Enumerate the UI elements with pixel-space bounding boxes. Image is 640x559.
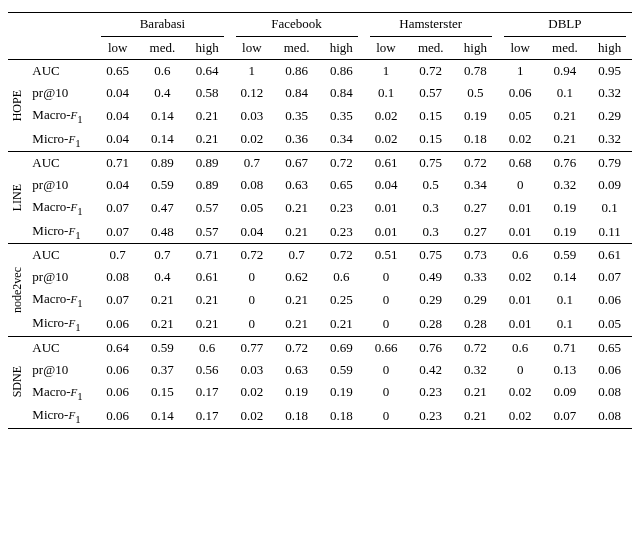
value-cell: 0.01	[364, 196, 409, 220]
value-cell: 0.89	[140, 152, 185, 175]
value-cell: 0.1	[542, 82, 587, 104]
value-cell: 0.06	[95, 312, 140, 336]
value-cell: 0.01	[498, 312, 543, 336]
value-cell: 0.01	[498, 196, 543, 220]
value-cell: 0.21	[185, 288, 230, 312]
value-cell: 0.23	[319, 220, 364, 244]
value-cell: 0.08	[587, 404, 632, 428]
value-cell: 0.29	[408, 288, 453, 312]
value-cell: 0.21	[274, 288, 319, 312]
value-cell: 0.19	[274, 381, 319, 405]
value-cell: 0.64	[185, 60, 230, 83]
value-cell: 0.56	[185, 359, 230, 381]
value-cell: 0.11	[587, 220, 632, 244]
metric-label: pr@10	[30, 174, 95, 196]
metric-label: AUC	[30, 152, 95, 175]
value-cell: 0.32	[587, 82, 632, 104]
value-cell: 0.71	[542, 336, 587, 359]
table-row: pr@100.080.40.6100.620.600.490.330.020.1…	[8, 266, 632, 288]
table-row: SDNEAUC0.640.590.60.770.720.690.660.760.…	[8, 336, 632, 359]
value-cell: 0.73	[453, 244, 498, 267]
value-cell: 0.06	[498, 82, 543, 104]
value-cell: 0	[364, 266, 409, 288]
value-cell: 0.3	[408, 196, 453, 220]
value-cell: 0.04	[230, 220, 275, 244]
value-cell: 0.19	[319, 381, 364, 405]
table-row: pr@100.040.40.580.120.840.840.10.570.50.…	[8, 82, 632, 104]
level-header: high	[453, 37, 498, 60]
value-cell: 0.37	[140, 359, 185, 381]
value-cell: 0.21	[542, 104, 587, 128]
value-cell: 0.34	[453, 174, 498, 196]
value-cell: 0.09	[542, 381, 587, 405]
value-cell: 0.4	[140, 266, 185, 288]
value-cell: 0.21	[140, 312, 185, 336]
value-cell: 0.27	[453, 220, 498, 244]
value-cell: 0.51	[364, 244, 409, 267]
value-cell: 1	[364, 60, 409, 83]
level-header: low	[95, 37, 140, 60]
value-cell: 0.12	[230, 82, 275, 104]
value-cell: 0.02	[498, 266, 543, 288]
value-cell: 0.67	[274, 152, 319, 175]
value-cell: 0.18	[319, 404, 364, 428]
value-cell: 0.01	[498, 288, 543, 312]
level-header: high	[319, 37, 364, 60]
level-header: high	[587, 37, 632, 60]
value-cell: 0.07	[542, 404, 587, 428]
value-cell: 0.35	[274, 104, 319, 128]
value-cell: 0.06	[587, 359, 632, 381]
value-cell: 0.57	[185, 196, 230, 220]
value-cell: 0.78	[453, 60, 498, 83]
value-cell: 0.27	[453, 196, 498, 220]
level-header: med.	[408, 37, 453, 60]
value-cell: 0.08	[587, 381, 632, 405]
level-header: low	[498, 37, 543, 60]
value-cell: 0.89	[185, 174, 230, 196]
value-cell: 0.5	[408, 174, 453, 196]
value-cell: 0.21	[319, 312, 364, 336]
table-row: pr@100.040.590.890.080.630.650.040.50.34…	[8, 174, 632, 196]
value-cell: 0	[230, 312, 275, 336]
value-cell: 0.23	[408, 404, 453, 428]
metric-label: AUC	[30, 244, 95, 267]
value-cell: 0.47	[140, 196, 185, 220]
value-cell: 0.94	[542, 60, 587, 83]
value-cell: 0.5	[453, 82, 498, 104]
metric-label: Macro-F1	[30, 196, 95, 220]
value-cell: 0.01	[498, 220, 543, 244]
value-cell: 0.75	[408, 244, 453, 267]
value-cell: 0.29	[587, 104, 632, 128]
method-label: HOPE	[8, 60, 30, 152]
value-cell: 0.72	[453, 336, 498, 359]
value-cell: 0.21	[453, 381, 498, 405]
value-cell: 0.63	[274, 174, 319, 196]
table-row: pr@100.060.370.560.030.630.5900.420.3200…	[8, 359, 632, 381]
value-cell: 0.28	[408, 312, 453, 336]
value-cell: 0.15	[140, 381, 185, 405]
value-cell: 0.64	[95, 336, 140, 359]
value-cell: 0.01	[364, 220, 409, 244]
value-cell: 0.29	[453, 288, 498, 312]
value-cell: 0.1	[542, 288, 587, 312]
metric-label: Micro-F1	[30, 128, 95, 152]
value-cell: 0.21	[185, 312, 230, 336]
value-cell: 0.72	[453, 152, 498, 175]
value-cell: 0.04	[95, 128, 140, 152]
level-header: med.	[140, 37, 185, 60]
value-cell: 0.7	[274, 244, 319, 267]
value-cell: 0.1	[542, 312, 587, 336]
value-cell: 0.04	[95, 104, 140, 128]
table-row: Macro-F10.060.150.170.020.190.1900.230.2…	[8, 381, 632, 405]
value-cell: 0.89	[185, 152, 230, 175]
dataset-header: Barabasi	[140, 16, 185, 34]
value-cell: 0.48	[140, 220, 185, 244]
value-cell: 0.36	[274, 128, 319, 152]
value-cell: 0.19	[542, 220, 587, 244]
value-cell: 0	[364, 288, 409, 312]
value-cell: 0.02	[364, 128, 409, 152]
value-cell: 0.75	[408, 152, 453, 175]
value-cell: 0.17	[185, 404, 230, 428]
value-cell: 0.21	[185, 104, 230, 128]
dataset-header: Hamsterster	[399, 16, 462, 34]
